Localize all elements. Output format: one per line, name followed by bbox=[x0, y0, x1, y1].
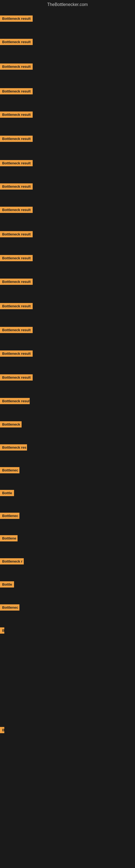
bottleneck-badge: Bottleneck result bbox=[0, 231, 33, 237]
bottleneck-badge: Bottleneck result bbox=[0, 303, 33, 309]
bottleneck-item[interactable]: Bottlene bbox=[0, 535, 17, 542]
bottleneck-badge: Bottlene bbox=[0, 535, 17, 541]
bottleneck-badge: Bottleneck res bbox=[0, 444, 27, 451]
bottleneck-item[interactable]: Bottleneck result bbox=[0, 39, 33, 46]
bottleneck-badge: Bottle bbox=[0, 490, 14, 496]
bottleneck-item[interactable]: Bottle bbox=[0, 490, 14, 497]
bottleneck-badge: Bottleneck result bbox=[0, 374, 33, 380]
bottleneck-badge: Bottleneck result bbox=[0, 39, 33, 45]
bottleneck-badge: Bottleneck result bbox=[0, 112, 33, 118]
bottleneck-badge: B bbox=[0, 727, 4, 733]
bottleneck-badge: Bottleneck result bbox=[0, 255, 33, 261]
bottleneck-badge: Bottleneck result bbox=[0, 327, 33, 333]
bottleneck-item[interactable]: Bottleneck result bbox=[0, 183, 33, 191]
bottleneck-badge: Bottle bbox=[0, 581, 14, 588]
bottleneck-item[interactable]: Bottlenec bbox=[0, 467, 19, 474]
bottleneck-item[interactable]: Bottleneck result bbox=[0, 63, 33, 71]
bottleneck-item[interactable]: Bottlenec bbox=[0, 513, 19, 520]
bottleneck-item[interactable]: Bottleneck result bbox=[0, 112, 33, 119]
bottleneck-item[interactable]: Bottleneck r bbox=[0, 558, 24, 565]
bottleneck-badge: Bottlenec bbox=[0, 604, 19, 611]
bottleneck-item[interactable]: Bottle bbox=[0, 581, 14, 589]
bottleneck-item[interactable]: Bottleneck result bbox=[0, 207, 33, 214]
bottleneck-item[interactable]: Bottleneck bbox=[0, 421, 21, 429]
bottleneck-badge: Bottleneck result bbox=[0, 16, 33, 22]
site-title: TheBottlenecker.com bbox=[0, 0, 135, 8]
bottleneck-badge: Bottleneck result bbox=[0, 398, 30, 404]
bottleneck-badge: Bottleneck result bbox=[0, 88, 33, 94]
bottleneck-item[interactable]: Bottleneck result bbox=[0, 135, 33, 143]
bottleneck-item[interactable]: Bottleneck result bbox=[0, 374, 33, 382]
bottleneck-badge: Bottleneck bbox=[0, 421, 21, 428]
bottleneck-badge: Bottleneck result bbox=[0, 350, 33, 357]
bottleneck-item[interactable]: Bottleneck result bbox=[0, 350, 33, 358]
bottleneck-item[interactable]: Bottleneck result bbox=[0, 279, 33, 286]
bottleneck-item[interactable]: Bottleneck result bbox=[0, 160, 33, 167]
bottleneck-badge: Bottleneck result bbox=[0, 207, 33, 213]
bottleneck-item[interactable]: B bbox=[0, 727, 4, 734]
bottleneck-badge: Bottleneck result bbox=[0, 183, 33, 190]
bottleneck-item[interactable]: Bottleneck result bbox=[0, 88, 33, 95]
bottleneck-item[interactable]: Bottleneck result bbox=[0, 16, 33, 23]
bottleneck-badge: Bottlenec bbox=[0, 513, 19, 519]
bottleneck-badge: Bottleneck result bbox=[0, 63, 33, 70]
bottleneck-badge: Bottleneck r bbox=[0, 558, 24, 564]
bottleneck-badge: Bottleneck result bbox=[0, 279, 33, 285]
bottleneck-item[interactable]: Bottleneck result bbox=[0, 398, 30, 405]
bottleneck-badge: Bottleneck result bbox=[0, 135, 33, 142]
bottleneck-item[interactable]: Bottlenec bbox=[0, 604, 19, 612]
bottleneck-item[interactable]: Bottleneck res bbox=[0, 444, 27, 452]
bottleneck-badge: B bbox=[0, 627, 4, 633]
bottleneck-item[interactable]: Bottleneck result bbox=[0, 303, 33, 310]
bottleneck-badge: Bottlenec bbox=[0, 467, 19, 473]
bottleneck-item[interactable]: Bottleneck result bbox=[0, 231, 33, 239]
bottleneck-badge: Bottleneck result bbox=[0, 160, 33, 166]
bottleneck-item[interactable]: Bottleneck result bbox=[0, 255, 33, 262]
bottleneck-item[interactable]: B bbox=[0, 627, 4, 635]
bottleneck-item[interactable]: Bottleneck result bbox=[0, 327, 33, 334]
